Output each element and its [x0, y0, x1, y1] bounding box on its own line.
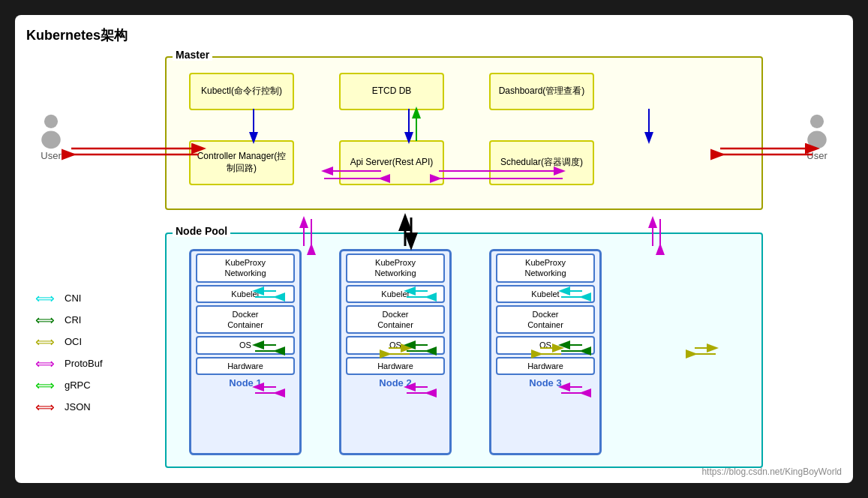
node2-os: OS	[346, 336, 445, 354]
node1-label: Node 1	[191, 377, 299, 388]
node1-box: KubeProxyNetworking Kubelet DockerContai…	[189, 249, 302, 455]
controller-box: Controller Manager(控制回路)	[189, 140, 294, 185]
schedular-box: Schedular(容器调度)	[489, 140, 594, 185]
protobuf-arrow-icon: ⟺	[32, 359, 59, 368]
legend-cni: ⟺ CNI	[32, 292, 103, 304]
node1-kubelet: Kubelet	[196, 285, 295, 303]
node2-label: Node 2	[341, 377, 449, 388]
node1-hardware: Hardware	[196, 357, 295, 375]
json-arrow-icon: ⟺	[32, 403, 59, 412]
master-box: Master Kubectl(命令行控制) ETCD DB Dashboard(…	[165, 56, 763, 210]
legend-oci: ⟺ OCI	[32, 336, 103, 347]
node3-docker: DockerContainer	[496, 305, 595, 334]
grpc-label: gRPC	[65, 380, 91, 391]
legend-grpc: ⟺ gRPC	[32, 380, 103, 391]
oci-arrow-icon: ⟺	[32, 338, 59, 346]
user-right-icon	[802, 112, 832, 150]
legend-protobuf: ⟺ ProtoBuf	[32, 358, 103, 369]
main-container: Kubernetes架构 Master Kubectl(命令行控制) ETCD …	[0, 0, 868, 498]
legend-cri: ⟺ CRI	[32, 314, 103, 326]
dashboard-box: Dashboard(管理查看)	[489, 73, 594, 110]
master-label: Master	[173, 49, 212, 61]
white-area: Kubernetes架构 Master Kubectl(命令行控制) ETCD …	[15, 15, 853, 483]
legend-json: ⟺ JSON	[32, 401, 103, 412]
kubectl-box: Kubectl(命令行控制)	[189, 73, 294, 110]
node1-kubeproxy: KubeProxyNetworking	[196, 254, 295, 283]
page-title: Kubernetes架构	[26, 26, 842, 44]
node1-docker: DockerContainer	[196, 305, 295, 334]
cri-label: CRI	[65, 314, 81, 326]
svg-point-0	[44, 115, 58, 128]
node3-kubelet: Kubelet	[496, 285, 595, 303]
nodepool-label: Node Pool	[173, 225, 230, 237]
apiserver-box: Api Server(Rest API)	[339, 140, 444, 185]
node3-kubeproxy: KubeProxyNetworking	[496, 254, 595, 283]
cri-arrow-icon: ⟺	[32, 316, 59, 325]
node2-docker: DockerContainer	[346, 305, 445, 334]
user-right: User	[802, 112, 832, 161]
node3-box: KubeProxyNetworking Kubelet DockerContai…	[489, 249, 602, 455]
cni-label: CNI	[65, 292, 81, 304]
json-label: JSON	[65, 401, 91, 412]
cni-arrow-icon: ⟺	[32, 294, 59, 303]
watermark: https://blog.csdn.net/KingBoyWorld	[701, 466, 842, 477]
grpc-arrow-icon: ⟺	[32, 381, 59, 390]
node3-hardware: Hardware	[496, 357, 595, 375]
user-left: User	[36, 112, 66, 161]
node3-label: Node 3	[491, 377, 599, 388]
node2-kubeproxy: KubeProxyNetworking	[346, 254, 445, 283]
nodepool-box: Node Pool KubeProxyNetworking Kubelet Do…	[165, 232, 763, 468]
protobuf-label: ProtoBuf	[65, 358, 103, 369]
oci-label: OCI	[65, 336, 82, 347]
svg-point-2	[810, 115, 824, 128]
legend: ⟺ CNI ⟺ CRI ⟺ OCI ⟺ ProtoBuf ⟺ gRPC ⟺ JS…	[32, 292, 103, 412]
user-right-label: User	[806, 150, 827, 161]
user-left-label: User	[41, 150, 61, 161]
node2-box: KubeProxyNetworking Kubelet DockerContai…	[339, 249, 452, 455]
node1-os: OS	[196, 336, 295, 354]
etcd-box: ETCD DB	[339, 73, 444, 110]
user-left-icon	[36, 112, 66, 150]
node2-kubelet: Kubelet	[346, 285, 445, 303]
node3-os: OS	[496, 336, 595, 354]
svg-point-3	[807, 131, 826, 149]
svg-point-1	[41, 131, 60, 149]
node2-hardware: Hardware	[346, 357, 445, 375]
